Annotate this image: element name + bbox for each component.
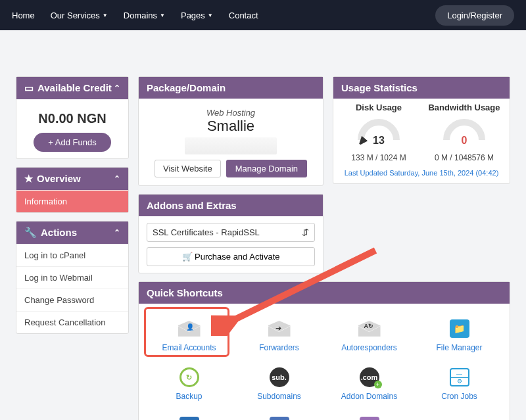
- credit-balance: N0.00 NGN: [24, 106, 120, 133]
- actions-title: Actions: [41, 227, 77, 238]
- shortcut-file-manager[interactable]: 📁File Manager: [414, 313, 504, 362]
- shortcut-autoresponders[interactable]: A↻Autoresponders: [324, 313, 414, 362]
- action-cpanel[interactable]: Log in to cPanel: [16, 244, 128, 266]
- actions-panel: 🔧Actions ⌃ Log in to cPanel Log in to We…: [16, 221, 129, 334]
- package-domain-placeholder: [185, 137, 277, 154]
- disk-value: 13: [356, 135, 402, 147]
- shortcuts-title: Quick Shortcuts: [147, 287, 223, 298]
- visit-website-button[interactable]: Visit Website: [155, 160, 221, 177]
- shortcuts-panel: Quick Shortcuts 👤Email Accounts➔Forwarde…: [138, 281, 510, 420]
- collapse-icon[interactable]: ⌃: [114, 228, 120, 237]
- shortcut-cron-jobs[interactable]: —⚙Cron Jobs: [414, 362, 504, 410]
- refresh-green-icon: ↻: [176, 365, 203, 389]
- bandwidth-value: 0: [441, 135, 487, 147]
- manage-domain-button[interactable]: Manage Domain: [226, 160, 307, 177]
- add-funds-button[interactable]: + Add Funds: [34, 133, 110, 152]
- envelope-aa-icon: A↻: [356, 317, 383, 340]
- disk-usage-title: Disk Usage: [336, 103, 421, 112]
- available-credit-panel: ▭Available Credit ⌃ N0.00 NGN + Add Fund…: [16, 76, 129, 159]
- addons-panel: Addons and Extras SSL Certificates - Rap…: [138, 194, 323, 273]
- pma-blue-icon: ⛵: [266, 414, 293, 420]
- shortcut-addon-domains[interactable]: .com+Addon Domains: [324, 362, 414, 410]
- shortcut-phpmyadmin[interactable]: ⛵phpMyAdmin: [234, 410, 324, 420]
- action-password[interactable]: Change Password: [16, 289, 128, 311]
- shortcut-label: Autoresponders: [327, 343, 412, 352]
- sub-circle-icon: sub.: [266, 365, 293, 389]
- package-title: Package/Domain: [147, 82, 226, 93]
- collapse-icon[interactable]: ⌃: [114, 174, 120, 183]
- caret-icon: ▼: [208, 12, 213, 18]
- nav-contact[interactable]: Contact: [229, 11, 258, 20]
- collapse-icon[interactable]: ⌃: [114, 83, 120, 93]
- bandwidth-sub: 0 M / 1048576 M: [421, 153, 507, 162]
- shortcut-label: Subdomains: [237, 392, 322, 401]
- overview-panel: ★Overview ⌃ Information: [16, 167, 129, 213]
- package-panel: Package/Domain Web Hosting Smallie Visit…: [138, 76, 323, 186]
- shortcut-label: Forwarders: [237, 343, 322, 352]
- shortcut-mysql-databases[interactable]: 🐬MySQL® Databases: [144, 410, 234, 420]
- usage-panel: Usage Statistics Disk Usage 13 133 M / 1…: [333, 76, 510, 184]
- usage-updated: Last Updated Saturday, June 15th, 2024 (…: [333, 164, 510, 183]
- nav-domains[interactable]: Domains▼: [124, 11, 165, 20]
- purchase-activate-button[interactable]: 🛒 Purchase and Activate: [147, 247, 315, 266]
- shortcut-label: Addon Domains: [327, 392, 412, 401]
- bandwidth-usage-title: Bandwidth Usage: [421, 103, 507, 112]
- credit-card-icon: ▭: [24, 82, 34, 93]
- nav-domains-label: Domains: [124, 11, 157, 20]
- disk-gauge: 13: [356, 116, 402, 149]
- stats-purple-icon: 〽: [356, 414, 383, 420]
- shortcut-awstats[interactable]: 〽Awstats: [324, 410, 414, 420]
- action-cancel[interactable]: Request Cancellation: [16, 311, 128, 333]
- package-name: Smallie: [147, 118, 315, 135]
- top-nav: Home Our Services▼ Domains▼ Pages▼ Conta…: [0, 0, 526, 30]
- nav-services-label: Our Services: [51, 11, 100, 20]
- disk-sub: 133 M / 1024 M: [336, 153, 421, 162]
- shortcut-backup[interactable]: ↻Backup: [144, 362, 234, 410]
- nav-home[interactable]: Home: [12, 11, 35, 20]
- shortcut-subdomains[interactable]: sub.Subdomains: [234, 362, 324, 410]
- login-register-button[interactable]: Login/Register: [435, 5, 514, 26]
- folder-blue-icon: 📁: [446, 317, 473, 340]
- envelope-arrow-icon: ➔: [266, 317, 293, 340]
- shortcut-label: Backup: [147, 392, 231, 401]
- shortcut-forwarders[interactable]: ➔Forwarders: [234, 313, 324, 362]
- overview-information[interactable]: Information: [16, 190, 128, 212]
- caret-icon: ▼: [160, 12, 165, 18]
- credit-title: Available Credit: [37, 82, 112, 93]
- wrench-icon: 🔧: [24, 227, 37, 238]
- overview-title: Overview: [37, 173, 81, 184]
- usage-title: Usage Statistics: [341, 82, 418, 93]
- com-circle-icon: .com+: [356, 365, 383, 389]
- bandwidth-gauge: 0: [441, 116, 487, 149]
- shortcut-label: File Manager: [417, 343, 502, 352]
- addon-select[interactable]: SSL Certificates - RapidSSL: [147, 223, 315, 242]
- nav-pages[interactable]: Pages▼: [181, 11, 213, 20]
- package-type: Web Hosting: [147, 108, 315, 118]
- highlight-box: [144, 307, 229, 357]
- caret-icon: ▼: [103, 12, 108, 18]
- addons-title: Addons and Extras: [147, 200, 237, 211]
- shortcut-label: Cron Jobs: [417, 392, 502, 401]
- nav-pages-label: Pages: [181, 11, 205, 20]
- db-blue-icon: 🐬: [176, 414, 203, 420]
- nav-services[interactable]: Our Services▼: [51, 11, 108, 20]
- star-icon: ★: [24, 173, 33, 184]
- action-webmail[interactable]: Log in to Webmail: [16, 266, 128, 289]
- calendar-icon: —⚙: [446, 365, 473, 389]
